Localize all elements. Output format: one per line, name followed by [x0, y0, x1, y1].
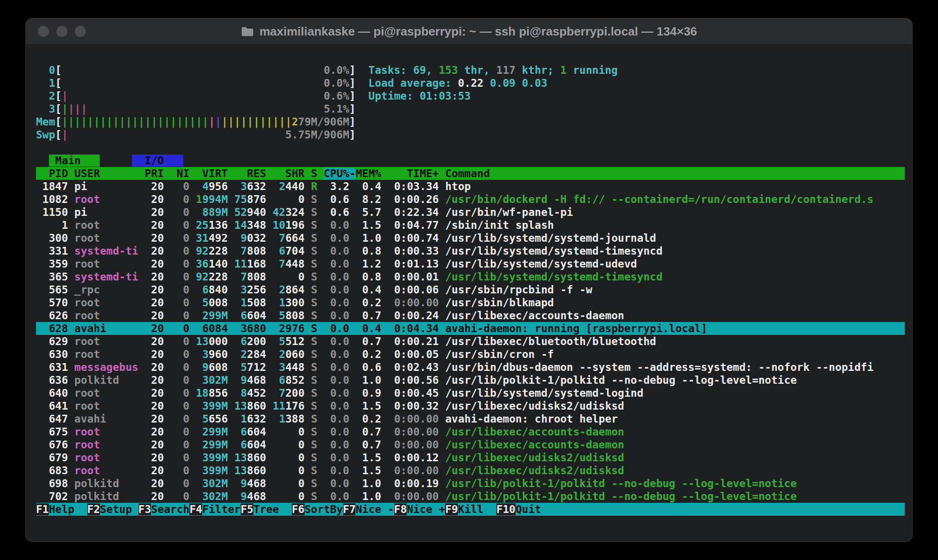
info-text: 01:03:53 — [420, 90, 471, 102]
process-user: root — [74, 426, 138, 438]
process-pid: 640 — [36, 387, 68, 399]
process-row[interactable]: 640 root 20 0 18856 8452 7200 S 0.0 0.9 … — [36, 387, 905, 399]
process-user: root — [74, 452, 138, 464]
process-row[interactable]: 679 root 20 0 399M 13860 0 S 0.0 1.5 0:0… — [36, 451, 905, 464]
process-row[interactable]: 630 root 20 0 3960 2284 2060 S 0.0 0.2 0… — [36, 348, 905, 361]
meter-1: 1[ 0.0%] Load average: 0.22 0.09 0.03 — [36, 77, 905, 89]
process-row-selected[interactable]: 628 avahi 20 0 6084 3680 2976 S 0.0 0.4 … — [36, 322, 905, 335]
fkey-label-f1[interactable]: Help — [49, 503, 87, 515]
meter-3: 3[|||| 5.1%] — [36, 102, 905, 115]
process-pid: 631 — [36, 361, 68, 373]
process-user: root — [74, 310, 138, 322]
fkey-label-f2[interactable]: Setup — [100, 503, 138, 515]
process-row[interactable]: 570 root 20 0 5008 1508 1300 S 0.0 0.2 0… — [36, 296, 905, 309]
tab-main[interactable]: Main — [49, 155, 100, 167]
process-user: pi — [74, 206, 138, 218]
info-text: 0.09 — [490, 77, 522, 89]
meter-0: 0[ 0.0%] Tasks: 69, 153 thr, 117 kthr; 1… — [36, 64, 905, 77]
process-row[interactable]: 636 polkitd 20 0 302M 9468 6852 S 0.0 1.… — [36, 374, 905, 387]
column-header-shr[interactable]: SHR — [272, 167, 311, 179]
fkey-f7[interactable]: F7 — [343, 503, 356, 515]
column-header-time[interactable]: TIME+ — [388, 167, 445, 179]
process-row[interactable]: 1 root 20 0 25136 14348 10196 S 0.0 1.5 … — [36, 219, 905, 232]
column-header-user[interactable]: USER — [74, 167, 144, 179]
process-user: polkitd — [74, 490, 138, 502]
column-header-mem[interactable]: MEM% — [355, 167, 387, 179]
fkey-f2[interactable]: F2 — [87, 503, 100, 515]
meter-value: 5.75M/906M — [285, 129, 349, 141]
process-command: /usr/bin/wf-panel-pi — [445, 206, 573, 218]
process-command: /usr/lib/polkit-1/polkitd --no-debug --l… — [445, 477, 797, 489]
column-header-pri[interactable]: PRI — [144, 167, 170, 179]
fkey-label-f6[interactable]: SortBy — [305, 503, 343, 515]
terminal-content: 0[ 0.0%] Tasks: 69, 153 thr, 117 kthr; 1… — [26, 44, 912, 542]
fkey-f1[interactable]: F1 — [36, 503, 49, 515]
info-text: kthr; — [516, 64, 560, 76]
process-row[interactable]: 365 systemd-ti 20 0 92228 7808 0 S 0.0 0… — [36, 270, 905, 283]
process-command: /usr/lib/systemd/systemd-timesyncd — [445, 271, 662, 283]
process-row[interactable]: 1082 root 20 0 1994M 75876 0 S 0.6 8.2 0… — [36, 193, 905, 206]
process-row[interactable]: 331 systemd-ti 20 0 92228 7808 6704 S 0.… — [36, 244, 905, 257]
process-command: /usr/libexec/bluetooth/bluetoothd — [445, 335, 656, 347]
fkey-label-f8[interactable]: Nice + — [407, 503, 445, 515]
process-row[interactable]: 626 root 20 0 299M 6604 5808 S 0.0 0.7 0… — [36, 309, 905, 322]
process-row[interactable]: 676 root 20 0 299M 6604 0 S 0.0 0.7 0:00… — [36, 438, 905, 451]
column-header-ni[interactable]: NI — [170, 167, 196, 179]
process-row[interactable]: 702 polkitd 20 0 302M 9468 0 S 0.0 1.0 0… — [36, 490, 905, 503]
meter-bar: | — [215, 116, 222, 128]
meter-bar: ||| — [68, 103, 87, 115]
process-row[interactable]: 629 root 20 0 13000 6200 5512 S 0.0 0.7 … — [36, 335, 905, 348]
process-row[interactable]: 631 messagebus 20 0 9608 5712 3448 S 0.0… — [36, 361, 905, 374]
fkey-label-f10[interactable]: Quit — [516, 503, 554, 515]
process-command: /sbin/init splash — [445, 219, 553, 231]
minimize-button[interactable] — [56, 26, 67, 37]
zoom-button[interactable] — [75, 26, 86, 37]
process-command: /usr/libexec/accounts-daemon — [445, 439, 624, 451]
process-command: /usr/lib/polkit-1/polkitd --no-debug --l… — [445, 490, 797, 502]
process-user: root — [74, 219, 138, 231]
fkey-label-f4[interactable]: Filter — [202, 503, 241, 515]
meter-2: 2[| 0.6%] Uptime: 01:03:53 — [36, 89, 905, 102]
fkey-f3[interactable]: F3 — [138, 503, 151, 515]
process-pid: 1847 — [36, 180, 68, 192]
table-header[interactable]: PID USER PRI NI VIRT RES SHR S CPU%-MEM%… — [36, 167, 905, 180]
fkey-label-f9[interactable]: Kill — [458, 503, 496, 515]
fkey-f5[interactable]: F5 — [241, 503, 253, 515]
process-row[interactable]: 359 root 20 0 36140 11168 7448 S 0.0 1.2… — [36, 257, 905, 270]
process-user: root — [74, 348, 138, 360]
fkey-f10[interactable]: F10 — [496, 503, 516, 515]
info-text: thr, — [458, 64, 496, 76]
fkey-f9[interactable]: F9 — [445, 503, 458, 515]
process-command: avahi-daemon: running [raspberrypi.local… — [445, 322, 707, 334]
column-header-res[interactable]: RES — [234, 167, 272, 179]
fkey-label-f7[interactable]: Nice - — [355, 503, 394, 515]
process-row[interactable]: 1847 pi 20 0 4956 3632 2440 R 3.2 0.4 0:… — [36, 180, 905, 193]
column-header-cpu[interactable]: CPU%- — [324, 167, 355, 179]
process-row[interactable]: 565 _rpc 20 0 6840 3256 2864 S 0.0 0.4 0… — [36, 283, 905, 296]
column-header-s[interactable]: S — [311, 167, 324, 179]
process-row[interactable]: 675 root 20 0 299M 6604 0 S 0.0 0.7 0:00… — [36, 425, 905, 438]
column-header-pid[interactable]: PID — [36, 167, 74, 179]
process-pid: 626 — [36, 310, 68, 322]
process-pid: 698 — [36, 477, 68, 489]
column-header-command[interactable]: Command — [445, 167, 490, 179]
tab-io[interactable]: I/O — [132, 155, 183, 167]
column-header-virt[interactable]: VIRT — [196, 167, 234, 179]
process-row[interactable]: 698 polkitd 20 0 302M 9468 0 S 0.0 1.0 0… — [36, 477, 905, 490]
fkey-label-f5[interactable]: Tree — [253, 503, 292, 515]
fkey-f8[interactable]: F8 — [394, 503, 407, 515]
fkey-f4[interactable]: F4 — [189, 503, 202, 515]
process-row[interactable]: 300 root 20 0 31492 9032 7664 S 0.0 1.0 … — [36, 232, 905, 244]
fkey-label-f3[interactable]: Search — [151, 503, 189, 515]
fkey-f6[interactable]: F6 — [292, 503, 305, 515]
process-pid: 300 — [36, 232, 68, 244]
function-bar: F1Help F2Setup F3SearchF4FilterF5Tree F6… — [36, 503, 905, 516]
process-row[interactable]: 1150 pi 20 0 889M 52940 42324 S 0.6 5.7 … — [36, 206, 905, 219]
process-row[interactable]: 683 root 20 0 399M 13860 0 S 0.0 1.5 0:0… — [36, 464, 905, 477]
process-command: avahi-daemon: chroot helper — [445, 413, 618, 425]
process-row[interactable]: 641 root 20 0 399M 13860 11176 S 0.0 1.5… — [36, 399, 905, 412]
process-row[interactable]: 647 avahi 20 0 5656 1632 1388 S 0.0 0.2 … — [36, 412, 905, 425]
close-button[interactable] — [38, 26, 49, 37]
folder-icon — [241, 26, 254, 37]
process-pid: 570 — [36, 297, 68, 309]
